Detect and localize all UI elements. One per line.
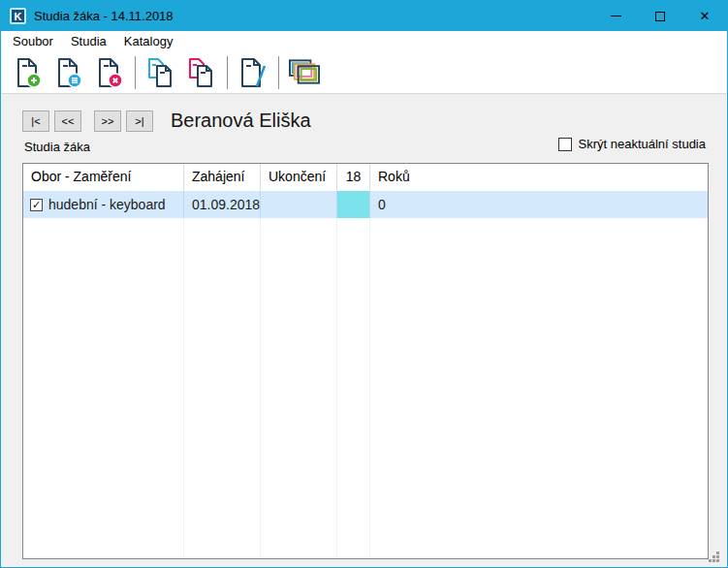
toolbar-separator	[227, 56, 228, 89]
section-label: Studia žáka	[24, 140, 90, 154]
content-area: |< << >> >| Beranová Eliška Studia žáka …	[2, 94, 726, 566]
table-row-zahajeni-cell[interactable]: 01.09.2018	[184, 191, 261, 218]
document-delete-icon	[96, 57, 123, 88]
edit-record-button[interactable]	[233, 53, 273, 92]
menu-item-soubor[interactable]: Soubor	[4, 31, 62, 51]
stacked-cards-icon	[289, 59, 321, 85]
catalogs-button[interactable]	[284, 53, 325, 92]
close-icon: ✕	[700, 10, 711, 22]
hide-inactive-checkbox[interactable]: Skrýt neaktuální studia	[558, 137, 706, 151]
record-detail-button[interactable]	[48, 53, 89, 92]
minimize-button[interactable]	[593, 1, 638, 31]
menu-bar: Soubor Studia Katalogy	[2, 31, 726, 51]
minimize-icon	[611, 16, 621, 16]
next-record-button[interactable]: >>	[94, 110, 121, 132]
titlebar: K Studia žáka - 14.11.2018 ✕	[1, 1, 727, 31]
copy-documents-red-icon	[187, 57, 216, 88]
column-header-ukonceni[interactable]: Ukončení	[261, 164, 337, 191]
table-row-ukonceni-cell[interactable]	[261, 191, 337, 218]
menu-item-katalogy[interactable]: Katalogy	[115, 31, 182, 51]
last-record-button[interactable]: >|	[126, 110, 153, 132]
app-window: K Studia žáka - 14.11.2018 ✕ Soubor Stud…	[0, 0, 728, 568]
toolbar-separator	[135, 56, 136, 89]
previous-record-button[interactable]: <<	[54, 110, 81, 132]
table-empty-area	[337, 218, 370, 558]
record-navigation: |< << >> >| Beranová Eliška	[22, 110, 311, 132]
menu-item-studia[interactable]: Studia	[62, 31, 115, 51]
toolbar-separator	[278, 56, 279, 89]
app-icon: K	[10, 8, 26, 24]
resize-grip[interactable]	[707, 550, 719, 562]
window-title: Studia žáka - 14.11.2018	[34, 9, 174, 23]
maximize-button[interactable]	[638, 1, 682, 31]
table-empty-area	[23, 218, 184, 558]
close-button[interactable]: ✕	[682, 1, 727, 31]
table-row-obor-cell[interactable]: ✓ hudební - keyboard	[23, 191, 184, 218]
row-checkbox-checked[interactable]: ✓	[30, 199, 43, 211]
checkbox-icon[interactable]	[558, 138, 572, 151]
window-controls: ✕	[593, 1, 727, 31]
table-row-age-highlight-cell[interactable]	[337, 191, 370, 218]
paste-button[interactable]	[181, 53, 222, 92]
column-header-roku[interactable]: Roků	[370, 164, 708, 191]
maximize-icon	[655, 12, 665, 21]
document-edit-icon	[238, 57, 268, 88]
studies-table: Obor - Zaměření Zahájení Ukončení 18 Rok…	[22, 163, 709, 559]
hide-inactive-label: Skrýt neaktuální studia	[578, 137, 706, 151]
row-obor-value: hudební - keyboard	[48, 191, 166, 218]
copy-documents-blue-icon	[146, 57, 175, 88]
column-header-zahajeni[interactable]: Zahájení	[184, 164, 261, 191]
column-header-obor[interactable]: Obor - Zaměření	[23, 164, 184, 191]
document-add-icon	[15, 57, 42, 88]
add-record-button[interactable]	[8, 53, 48, 92]
student-name: Beranová Eliška	[171, 110, 311, 132]
column-header-age[interactable]: 18	[337, 164, 370, 191]
document-list-icon	[55, 57, 82, 88]
table-empty-area	[184, 218, 261, 558]
toolbar	[2, 51, 726, 94]
copy-button[interactable]	[141, 53, 181, 92]
table-row-roku-cell[interactable]: 0	[370, 191, 708, 218]
table-empty-area	[370, 218, 708, 558]
table-empty-area	[261, 218, 337, 558]
first-record-button[interactable]: |<	[22, 110, 49, 132]
delete-record-button[interactable]	[89, 53, 130, 92]
app-icon-letter: K	[15, 11, 22, 22]
